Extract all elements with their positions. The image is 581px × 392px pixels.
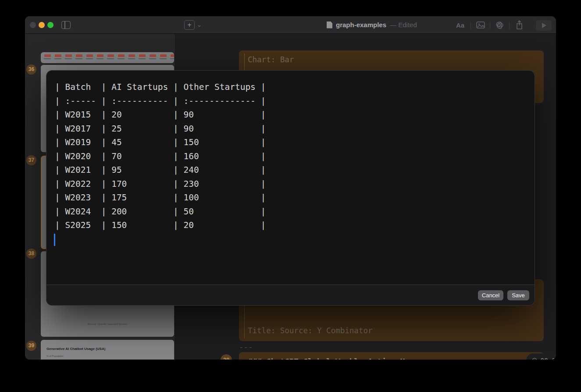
zoom-window-button[interactable] [47, 22, 53, 28]
mini-bar [118, 54, 125, 59]
slide-number-badge: 39 [26, 341, 36, 351]
document-title: graph-examples [336, 21, 386, 29]
text-format-button[interactable]: Aa [456, 21, 464, 29]
section-number-badge: 38 [221, 354, 232, 360]
slide-number-badge: 37 [26, 155, 36, 165]
presentation-timer-badge: 00:03:39 [526, 353, 556, 360]
mini-bar [75, 54, 82, 59]
clock-icon [532, 357, 537, 360]
play-icon [542, 23, 546, 28]
mini-bar [54, 54, 61, 59]
thumbnail-title: Generative AI Chatbot Usage (USA) [46, 347, 105, 351]
edited-status: — Edited [390, 21, 417, 29]
mini-bar [160, 54, 167, 59]
toolbar-divider [509, 22, 510, 29]
markdown-divider: --- [239, 341, 253, 353]
mini-bar [44, 54, 51, 59]
mini-bar [149, 54, 156, 59]
insert-image-button[interactable] [476, 21, 485, 29]
timer-value: 00:03:39 [540, 357, 556, 360]
dialog-footer: Cancel Save [46, 285, 535, 305]
sidebar-toggle-icon[interactable] [61, 21, 71, 29]
markdown-table-editor[interactable]: | Batch | AI Startups | Other Startups |… [55, 80, 266, 232]
toolbar-divider [471, 22, 471, 29]
chevron-down-icon[interactable]: ⌄ [197, 21, 202, 28]
cancel-button[interactable]: Cancel [478, 290, 503, 300]
mini-bar [86, 54, 93, 59]
mini-bar [65, 54, 72, 59]
screen: + ⌄ graph-examples — Edited Aa [0, 0, 581, 392]
design-theme-button[interactable] [495, 21, 504, 29]
present-play-button[interactable] [536, 20, 552, 31]
mini-bar [107, 54, 114, 59]
share-button[interactable] [516, 20, 523, 30]
save-button[interactable]: Save [507, 290, 529, 300]
close-window-button[interactable] [30, 22, 36, 28]
markdown-block-chatgpt[interactable]: ### ChatGPT Global Weekly Active Users |… [239, 352, 544, 360]
code-line: Chart: Bar [248, 53, 544, 67]
thumbnail-ylabel: % of Population [46, 355, 64, 357]
table-edit-dialog: | Batch | AI Startups | Other Startups |… [46, 70, 535, 306]
mini-bar [128, 54, 135, 59]
section-heading: ### ChatGPT Global Weekly Active Users [248, 355, 544, 360]
toolbar-divider [490, 22, 490, 29]
add-block-button[interactable]: + [184, 20, 195, 30]
mini-bar [96, 54, 103, 59]
text-caret [54, 234, 55, 246]
code-line: Title: Source: Y Combinator [248, 324, 372, 338]
red-bar-chart-preview [44, 54, 174, 59]
slide-number-badge: 36 [26, 64, 36, 75]
slide-thumbnail-partial[interactable] [41, 52, 174, 63]
slide-thumbnail-39[interactable]: Generative AI Chatbot Usage (USA) % of P… [41, 340, 174, 360]
slide-number-badge: 38 [26, 249, 36, 259]
titlebar: + ⌄ graph-examples — Edited Aa [25, 16, 556, 34]
document-title-group: graph-examples — Edited [327, 21, 417, 29]
mini-bar [170, 54, 174, 59]
minimize-window-button[interactable] [39, 22, 45, 28]
document-icon [327, 21, 332, 29]
thumbnail-caption: Source: OpenAI (reported figures) [41, 323, 174, 325]
mini-bar [139, 54, 146, 59]
